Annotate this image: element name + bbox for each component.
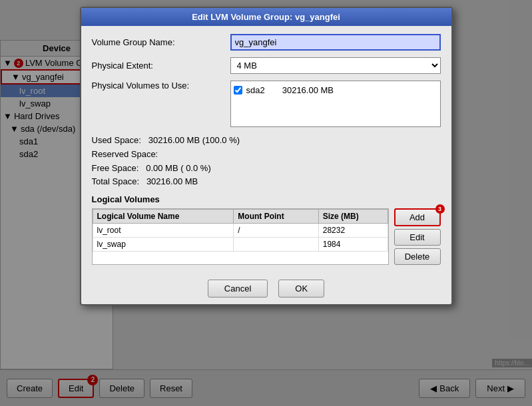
modal-overlay: Edit LVM Volume Group: vg_yangfei Volume… xyxy=(0,0,532,406)
table-row[interactable]: lv_root / 28232 xyxy=(93,224,388,238)
total-space-row: Total Space: 30216.00 MB xyxy=(92,175,441,189)
space-info: Used Space: 30216.00 MB (100.0 %) Reserv… xyxy=(92,134,441,189)
table-row[interactable]: lv_swap 1984 xyxy=(93,238,388,252)
pv-name: sda2 xyxy=(246,85,265,95)
add-badge: 3 xyxy=(435,204,445,214)
lv-name-cell: lv_root xyxy=(93,224,234,238)
lv-action-buttons: Add 3 Edit Delete xyxy=(394,208,441,265)
lv-col-size: Size (MB) xyxy=(318,210,388,224)
vg-name-input[interactable] xyxy=(230,34,441,51)
dialog-body: Volume Group Name: Physical Extent: 4 MB xyxy=(81,26,451,273)
used-space-row: Used Space: 30216.00 MB (100.0 %) xyxy=(92,134,441,148)
reserved-space-row: Reserved Space: xyxy=(92,148,441,162)
total-space-label: Total Space: xyxy=(92,176,140,186)
ok-button[interactable]: OK xyxy=(278,280,324,298)
lv-size-cell: 28232 xyxy=(318,224,388,238)
physical-extent-row: Physical Extent: 4 MB xyxy=(92,57,441,74)
physical-extent-label: Physical Extent: xyxy=(92,61,225,71)
lv-col-name: Logical Volume Name xyxy=(93,210,234,224)
pv-item: sda2 30216.00 MB xyxy=(234,84,437,97)
lv-edit-button[interactable]: Edit xyxy=(394,229,441,246)
vg-name-control xyxy=(230,34,441,51)
physical-extent-select[interactable]: 4 MB xyxy=(230,57,441,74)
used-space-value: 30216.00 MB (100.0 %) xyxy=(148,135,240,145)
lv-delete-button[interactable]: Delete xyxy=(394,248,441,265)
pv-label: Physical Volumes to Use: xyxy=(92,81,225,91)
lv-size-cell: 1984 xyxy=(318,238,388,252)
add-label: Add xyxy=(409,212,425,222)
used-space-label: Used Space: xyxy=(92,135,141,145)
pv-list: sda2 30216.00 MB xyxy=(230,81,441,127)
cancel-button[interactable]: Cancel xyxy=(208,280,268,298)
pv-list-control: sda2 30216.00 MB xyxy=(230,81,441,127)
lv-container: Logical Volume Name Mount Point Size (MB… xyxy=(92,208,441,265)
lv-section: Logical Volumes Logical Volume Name Moun… xyxy=(92,194,441,265)
vg-name-label: Volume Group Name: xyxy=(92,37,225,47)
physical-extent-control: 4 MB xyxy=(230,57,441,74)
lv-add-button[interactable]: Add 3 xyxy=(394,208,441,226)
lv-table: Logical Volume Name Mount Point Size (MB… xyxy=(92,208,389,265)
vg-name-row: Volume Group Name: xyxy=(92,34,441,51)
pv-size: 30216.00 MB xyxy=(282,85,334,95)
free-space-value: 0.00 MB ( 0.0 %) xyxy=(146,163,211,173)
free-space-label: Free Space: xyxy=(92,163,139,173)
total-space-value: 30216.00 MB xyxy=(146,176,198,186)
pv-row: Physical Volumes to Use: sda2 30216.00 M… xyxy=(92,81,441,127)
reserved-space-label: Reserved Space: xyxy=(92,149,158,159)
lv-mount-cell xyxy=(234,238,318,252)
free-space-row: Free Space: 0.00 MB ( 0.0 %) xyxy=(92,162,441,176)
lv-mount-cell: / xyxy=(234,224,318,238)
lv-section-title: Logical Volumes xyxy=(92,194,441,204)
lv-col-mount: Mount Point xyxy=(234,210,318,224)
dialog-title: Edit LVM Volume Group: vg_yangfei xyxy=(81,8,451,26)
lv-name-cell: lv_swap xyxy=(93,238,234,252)
pv-checkbox[interactable] xyxy=(234,86,242,95)
dialog-footer: Cancel OK xyxy=(81,273,451,304)
edit-lvm-dialog: Edit LVM Volume Group: vg_yangfei Volume… xyxy=(80,7,453,305)
